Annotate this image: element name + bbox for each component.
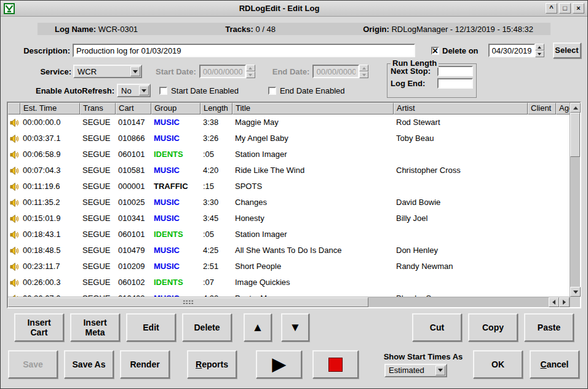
cell-est-time: 00:07:04.3 bbox=[20, 162, 80, 178]
cell-length: 2:51 bbox=[201, 259, 232, 275]
cell-artist bbox=[394, 227, 528, 243]
maximize-button[interactable]: □ bbox=[559, 3, 571, 14]
cell-group: MUSIC bbox=[151, 259, 201, 275]
scroll-down-icon[interactable] bbox=[570, 287, 581, 297]
cell-group: TRAFFIC bbox=[151, 178, 201, 194]
column-header-client[interactable]: Client bbox=[528, 103, 556, 114]
log-row[interactable]: 00:15:01.9SEGUE010341MUSIC3:45HonestyBil… bbox=[8, 211, 570, 227]
column-header-title[interactable]: Title bbox=[232, 103, 394, 114]
spinner-up-icon[interactable] bbox=[535, 44, 544, 50]
vscroll-trough[interactable] bbox=[570, 157, 580, 287]
speaker-icon bbox=[8, 227, 20, 243]
description-input[interactable] bbox=[73, 44, 415, 57]
scroll-right-icon[interactable] bbox=[559, 297, 570, 307]
save-button: Save bbox=[8, 350, 58, 379]
copy-button[interactable]: Copy bbox=[468, 313, 518, 342]
service-value: WCR bbox=[74, 67, 130, 76]
end-date-enabled-checkbox[interactable] bbox=[268, 87, 276, 95]
move-up-button[interactable]: ▲ bbox=[244, 313, 272, 342]
column-header-est-time[interactable]: Est. Time bbox=[20, 103, 80, 114]
cell-title: Short People bbox=[232, 259, 394, 275]
chevron-down-icon[interactable] bbox=[435, 366, 445, 375]
log-row[interactable]: 00:06:58.9SEGUE060101IDENTS:05Station Im… bbox=[8, 146, 570, 162]
cell-title: All She Wants To Do Is Dance bbox=[232, 243, 394, 259]
log-row[interactable]: 00:00:00.0SEGUE010147MUSIC3:38Maggie May… bbox=[8, 114, 570, 130]
log-row[interactable]: 00:11:35.2SEGUE010025MUSIC3:30ChangesDav… bbox=[8, 194, 570, 211]
cell-est-time: 00:11:19.6 bbox=[20, 178, 80, 194]
column-header-cart[interactable]: Cart bbox=[116, 103, 151, 114]
select-date-button[interactable]: Select bbox=[553, 42, 581, 58]
vertical-scrollbar[interactable] bbox=[570, 103, 580, 307]
delete-date-spinner[interactable] bbox=[535, 44, 544, 57]
log-row[interactable]: 00:18:43.1SEGUE060101IDENTS:05Station Im… bbox=[8, 227, 570, 243]
cancel-button[interactable]: Cancel bbox=[530, 350, 579, 379]
cell-client bbox=[528, 227, 556, 243]
cell-cart: 060101 bbox=[116, 146, 151, 162]
start-date-enabled-checkbox[interactable] bbox=[159, 87, 167, 95]
log-row[interactable]: 00:07:04.3SEGUE010581MUSIC4:20Ride Like … bbox=[8, 162, 570, 178]
horizontal-scrollbar[interactable] bbox=[8, 297, 570, 307]
paste-button[interactable]: Paste bbox=[524, 313, 574, 342]
cell-length: :05 bbox=[201, 146, 232, 162]
speaker-icon bbox=[8, 291, 20, 297]
cell-title: Station Imager bbox=[232, 227, 394, 243]
delete-date-input[interactable] bbox=[488, 44, 535, 57]
ok-button[interactable]: OK bbox=[473, 350, 523, 379]
play-button[interactable]: ▶ bbox=[256, 350, 302, 379]
log-row[interactable]: 00:11:19.6SEGUE000001TRAFFIC:15SPOTS bbox=[8, 178, 570, 194]
cell-age bbox=[556, 194, 570, 211]
column-header-length[interactable]: Length bbox=[201, 103, 232, 114]
titlebar[interactable]: RDLogEdit - Edit Log ^ □ × bbox=[1, 1, 587, 17]
column-header-trans[interactable]: Trans bbox=[80, 103, 116, 114]
log-row[interactable]: 00:23:11.7SEGUE010209MUSIC2:51Short Peop… bbox=[8, 259, 570, 275]
log-row[interactable]: 00:26:07.0SEGUE010403MUSIC4:32Poetry Man… bbox=[8, 291, 570, 297]
stop-button[interactable] bbox=[312, 350, 359, 379]
spinner-down-icon[interactable] bbox=[535, 50, 544, 57]
edit-button[interactable]: Edit bbox=[126, 313, 176, 342]
column-header-age[interactable]: Age bbox=[556, 103, 570, 114]
cell-group: MUSIC bbox=[151, 194, 201, 211]
show-start-times-value: Estimated bbox=[386, 366, 435, 375]
cell-title: My Angel Baby bbox=[232, 130, 394, 146]
render-button[interactable]: Render bbox=[120, 350, 170, 379]
move-down-button[interactable]: ▼ bbox=[281, 313, 309, 342]
cut-button[interactable]: Cut bbox=[412, 313, 462, 342]
close-button[interactable]: × bbox=[573, 3, 584, 14]
scroll-left-icon[interactable] bbox=[549, 297, 559, 307]
cell-artist: Toby Beau bbox=[394, 130, 528, 146]
autorefresh-row: Enable AutoRefresh: No Start Date Enable… bbox=[7, 83, 581, 98]
column-header-icon[interactable] bbox=[8, 103, 20, 114]
column-header-group[interactable]: Group bbox=[151, 103, 201, 114]
cell-est-time: 00:03:37.1 bbox=[20, 130, 80, 146]
show-start-times-combo[interactable]: Estimated bbox=[384, 364, 447, 377]
cell-group: MUSIC bbox=[151, 162, 201, 178]
log-table: Est. TimeTransCartGroupLengthTitleArtist… bbox=[7, 102, 581, 308]
insert-meta-button[interactable]: Insert Meta bbox=[70, 313, 120, 342]
delete-on-checkbox[interactable] bbox=[431, 47, 439, 55]
cell-title: Maggie May bbox=[232, 114, 394, 130]
reports-button[interactable]: Reports bbox=[187, 350, 237, 379]
hscroll-thumb[interactable] bbox=[8, 297, 368, 307]
log-table-body[interactable]: 00:00:00.0SEGUE010147MUSIC3:38Maggie May… bbox=[8, 114, 570, 297]
speaker-icon bbox=[8, 211, 20, 227]
form-area: Service: WCR Start Date: End Date: Enabl… bbox=[7, 63, 581, 99]
end-date-enabled-label: End Date Enabled bbox=[280, 86, 345, 95]
hscroll-trough[interactable] bbox=[368, 297, 549, 307]
insert-cart-button[interactable]: Insert Cart bbox=[14, 313, 64, 342]
chevron-down-icon[interactable] bbox=[139, 86, 149, 95]
origin-value: RDLogManager - 12/13/2019 - 15:48:32 bbox=[391, 25, 533, 34]
log-row[interactable]: 00:18:48.5SEGUE010479MUSIC4:25All She Wa… bbox=[8, 243, 570, 259]
autorefresh-combo[interactable]: No bbox=[117, 84, 151, 97]
speaker-icon bbox=[8, 146, 20, 162]
scroll-up-icon[interactable] bbox=[570, 103, 581, 113]
delete-button[interactable]: Delete bbox=[182, 313, 232, 342]
log-row[interactable]: 00:26:00.3SEGUE060102IDENTS:07Image Quic… bbox=[8, 275, 570, 291]
column-header-artist[interactable]: Artist bbox=[394, 103, 528, 114]
chevron-down-icon[interactable] bbox=[130, 66, 140, 76]
service-combo[interactable]: WCR bbox=[73, 65, 142, 78]
cell-artist: David Bowie bbox=[394, 194, 528, 211]
shade-button[interactable]: ^ bbox=[546, 3, 557, 14]
log-row[interactable]: 00:03:37.1SEGUE010866MUSIC3:26My Angel B… bbox=[8, 130, 570, 146]
save-as-button[interactable]: Save As bbox=[64, 350, 114, 379]
vscroll-thumb[interactable] bbox=[570, 113, 580, 157]
